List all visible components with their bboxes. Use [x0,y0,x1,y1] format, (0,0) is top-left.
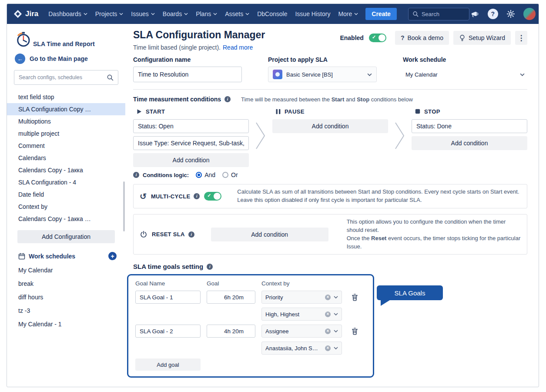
goal-name-input[interactable] [135,291,201,304]
start-condition-status[interactable] [133,119,249,133]
add-goal-button[interactable]: Add goal [135,358,201,371]
schedule-item[interactable]: tz -3 [7,304,125,318]
chevron-down-icon [367,73,372,76]
context-field-select[interactable]: Assignee × [261,325,342,338]
config-item[interactable]: Comment [7,140,125,152]
nav-search-input[interactable] [422,11,465,17]
nav-item-plans[interactable]: Plans [192,10,221,17]
clear-icon[interactable]: × [325,312,331,317]
setup-wizard-button[interactable]: Setup Wizard [453,31,511,45]
chevron-down-icon [184,13,188,15]
start-condition-issuetype[interactable] [133,136,249,150]
nav-item-dashboards[interactable]: Dashboards [44,10,91,17]
schedule-item[interactable]: diff hours [7,291,125,304]
sla-goals-annotation-box: Goal Name Goal Context by Priority × [127,274,374,378]
config-item[interactable]: Date field [7,188,125,201]
multi-cycle-label: MULTI-CYCLE [151,193,190,200]
settings-button[interactable] [505,8,516,20]
back-to-main-page[interactable]: ← Go to the Main page [7,49,125,68]
configuration-name-label: Configuration name [133,56,242,63]
chevron-down-icon [334,330,338,332]
goal-value-input[interactable] [207,291,255,304]
enabled-toggle[interactable]: ✓ [369,34,386,42]
delete-goal-button[interactable] [348,325,361,338]
more-actions-button[interactable]: ⋮ [515,31,527,45]
config-item[interactable]: Calendars Copy - 1акка [7,164,125,176]
separator-chevron [388,108,412,151]
announcements-button[interactable] [469,8,481,20]
schedule-item[interactable]: break [7,277,125,291]
sidebar-scrollbar[interactable] [123,181,125,231]
nav-item-boards[interactable]: Boards [159,10,192,17]
read-more-link[interactable]: Read more [223,44,253,51]
info-icon[interactable]: i [194,193,200,199]
jira-logo[interactable]: Jira [13,9,38,19]
pause-label: PAUSE [285,108,305,115]
nav-item-assets[interactable]: Assets [221,10,253,17]
logic-or-radio[interactable]: Or [222,171,238,178]
goal-value-input[interactable] [207,325,255,338]
add-configuration-button[interactable]: Add Configuration [17,230,115,243]
multi-cycle-description: Calculate SLA as sum of all transitions … [221,188,521,204]
configuration-name-input[interactable] [133,67,242,82]
create-button[interactable]: Create [365,8,397,20]
config-item[interactable]: Multioptions [7,115,125,127]
add-schedule-button[interactable]: + [108,252,117,260]
info-icon[interactable]: i [224,96,231,102]
config-item[interactable]: Calendars [7,152,125,164]
work-schedules-header: Work schedules + [7,248,125,264]
config-item[interactable]: SLA Configuration - 4 [7,176,125,188]
chevron-down-icon [520,73,525,76]
question-icon: ? [401,34,405,41]
config-item[interactable]: multiple project [7,127,125,140]
config-item[interactable]: text field stop [7,91,125,103]
trash-icon [351,293,358,301]
nav-item-issues[interactable]: Issues [127,10,158,17]
clear-icon[interactable]: × [325,295,331,300]
delete-goal-button[interactable] [348,291,361,304]
context-values-select[interactable]: High, Highest × [261,308,342,321]
jira-logo-text: Jira [25,10,38,18]
schedule-item[interactable]: My Calendar [7,264,125,277]
history-icon: ↺ [140,192,147,201]
info-icon[interactable]: i [207,264,213,270]
reset-add-condition-button[interactable]: Add condition [211,228,328,241]
help-button[interactable]: ? [488,9,498,19]
nav-item-more[interactable]: More [334,10,362,17]
context-field-select[interactable]: Priority × [261,291,342,304]
radio-selected-icon [196,172,202,178]
logic-and-radio[interactable]: And [196,171,215,178]
clear-icon[interactable]: × [325,328,331,334]
start-add-condition-button[interactable]: Add condition [133,153,249,167]
book-demo-button[interactable]: ?Book a demo [395,31,449,45]
back-label: Go to the Main page [30,55,88,62]
schedule-item[interactable]: My Calendar - 1 [7,318,125,331]
config-item-selected[interactable]: SLA Configuration Copy … [7,103,125,115]
stop-add-condition-button[interactable]: Add condition [412,136,527,150]
config-item[interactable]: Calendars Copy - 1акка … [7,213,125,225]
config-item[interactable]: Context by [7,201,125,213]
nav-item-issue-history[interactable]: Issue History [291,10,334,17]
trash-icon [351,327,358,335]
project-select[interactable]: Basic Service [BS] [268,67,377,82]
separator-chevron [249,108,272,151]
clear-icon[interactable]: × [325,345,331,351]
work-schedule-select[interactable]: My Calendar [403,67,527,82]
user-avatar[interactable] [523,8,536,20]
question-icon: ? [491,10,495,17]
info-icon[interactable]: i [133,172,139,178]
context-values-select[interactable]: Anastasiia, John Smit… × [261,342,342,355]
work-schedule-value: My Calendar [405,71,438,78]
nav-item-dbconsole[interactable]: DbConsole [253,10,291,17]
multi-cycle-toggle[interactable]: ✓ [204,192,221,201]
nav-item-projects[interactable]: Projects [91,10,127,17]
pause-add-condition-button[interactable]: Add condition [272,119,388,133]
plus-icon: + [111,253,114,260]
goal-name-input[interactable] [135,325,201,338]
nav-search [408,8,469,20]
stop-condition-status[interactable] [412,119,527,133]
check-icon: ✓ [207,193,211,198]
sidebar-search-input[interactable] [19,74,107,80]
chevron-down-icon [334,296,338,298]
info-icon[interactable]: i [188,231,194,238]
